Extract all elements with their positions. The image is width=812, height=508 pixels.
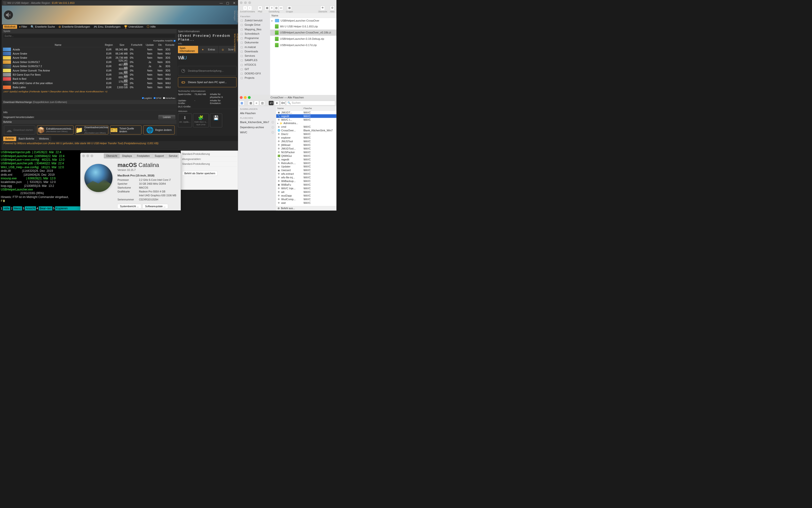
about-tab[interactable]: Übersicht bbox=[104, 153, 120, 158]
download-starten-button[interactable]: ☁Download starten bbox=[4, 125, 35, 134]
maximize-button[interactable]: ▢ bbox=[225, 1, 230, 5]
program-row[interactable]: ⚙NUSPackerWiiVC bbox=[276, 151, 336, 154]
program-row[interactable]: ▣JWUDT...WiiVC bbox=[276, 111, 336, 114]
extraktionsverzeichnis-button[interactable]: 📦Extraktionsverzeichnis...(Rechtsklick z… bbox=[37, 125, 74, 134]
program-row[interactable]: ⚙WudComp...WiiVC bbox=[276, 198, 336, 201]
tab-filter[interactable]: ▾Filter bbox=[18, 25, 29, 29]
leeren-button[interactable]: Leeren bbox=[158, 115, 175, 119]
minimize-button[interactable]: — bbox=[219, 1, 223, 5]
menu-number[interactable]: 5 bbox=[52, 206, 55, 210]
path-button[interactable]: ≡ bbox=[258, 6, 262, 10]
file-row[interactable]: USBHelperLauncher-0.18-Debug.zip bbox=[270, 36, 336, 42]
ticket-quelle-button[interactable]: 🎫Ticket-Quelle ändern bbox=[110, 125, 141, 134]
program-row[interactable]: ▣UwizardWiiVC bbox=[276, 168, 336, 172]
finder-main[interactable]: Name ▸USBHelperLauncher-CrossOverWii U U… bbox=[270, 13, 336, 95]
program-row[interactable]: ⚙WiiVC I...WiiVC bbox=[276, 118, 336, 121]
program-row[interactable]: ⚙DiscUWiiVC bbox=[276, 132, 336, 136]
about-titlebar[interactable]: ÜbersichtDisplaysFestplattenSupportServi… bbox=[80, 153, 181, 159]
favorite-button[interactable]: ★ bbox=[274, 101, 280, 105]
sidebar-item[interactable]: ▢GIT bbox=[238, 67, 270, 71]
about-tab[interactable]: Service bbox=[166, 153, 179, 158]
game-row[interactable]: Back to BedEUR 655,262 MB0% NeinNeinWiiU bbox=[2, 77, 177, 81]
sidebar-item[interactable]: ▢HTDOCS bbox=[238, 62, 270, 67]
forward-button[interactable]: › bbox=[248, 6, 252, 10]
sidebar-item[interactable]: ▢Schreibtisch bbox=[238, 32, 270, 36]
game-table[interactable]: Name Region Size Fortschritt Update Dlc … bbox=[2, 43, 177, 96]
close-dot[interactable] bbox=[240, 96, 243, 99]
menu-label[interactable]: Menü bbox=[13, 206, 22, 210]
game-row[interactable]: Azure Striker GUNVOLTEUR 529,141 MB0% Ja… bbox=[2, 60, 177, 64]
program-row[interactable]: ⚙WiiVC Inje...WiiVC bbox=[276, 186, 336, 190]
column-flasche[interactable]: Flasche bbox=[302, 106, 336, 111]
action-button[interactable]: ⚙ bbox=[330, 6, 334, 10]
cfw-check[interactable]: CFW bbox=[154, 97, 162, 99]
menu-label[interactable]: Bear~ten bbox=[39, 206, 52, 210]
program-row[interactable]: ▣WiiBaFuWiiVC bbox=[276, 183, 336, 186]
info-icon[interactable]: ⓘ bbox=[271, 131, 274, 134]
footer-tab-batch[interactable]: Batch-Befehle bbox=[16, 136, 37, 141]
aktion-update[interactable]: ⬇en. Upda... bbox=[178, 114, 192, 127]
file-row[interactable]: USBHelperLauncher-CrossOver_v0.18b.zi bbox=[270, 30, 336, 36]
program-row[interactable]: ⚙wwtWiiVC bbox=[276, 201, 336, 205]
about-tab[interactable]: Festplatten bbox=[134, 153, 153, 158]
minimize-dot[interactable] bbox=[86, 155, 89, 157]
file-row[interactable]: USBHelperLauncher-0.17d.zip bbox=[270, 42, 336, 48]
aktion-sd[interactable]: 💾 bbox=[210, 114, 222, 127]
close-button[interactable]: ✕ bbox=[232, 1, 237, 5]
region-aendern-button[interactable]: 🌐Region ändern bbox=[143, 125, 174, 134]
game-row[interactable]: Azure Striker Gunvolt: The AnimeEUR 303,… bbox=[2, 68, 177, 73]
menu-number[interactable]: 1 bbox=[0, 206, 3, 210]
terminal-window[interactable]: USBHelperInjector.pdb | 214528|22. Mär 2… bbox=[0, 150, 80, 211]
game-row[interactable]: Baila LatinoEUR 2,833 GB0% NeinNeinWiiU bbox=[2, 85, 177, 89]
settings-button[interactable]: ⚙▾ bbox=[281, 101, 285, 105]
view-column-button[interactable]: ▥ bbox=[260, 101, 265, 105]
tab-spiel-informationen[interactable]: Spiel-Informationen bbox=[178, 46, 198, 53]
vorschau-check[interactable]: Vorschau bbox=[163, 97, 175, 99]
program-row[interactable]: ⚙JNUSToolWiiVC bbox=[276, 140, 336, 143]
program-row[interactable]: ⚙wud2appWiiVC bbox=[276, 194, 336, 198]
sidebar-item[interactable]: ▢Mapping_files bbox=[238, 27, 270, 32]
tab-extras[interactable]: ★Extras bbox=[199, 46, 218, 53]
view-icon-button[interactable]: ▦ bbox=[248, 101, 253, 105]
search-input[interactable] bbox=[3, 34, 175, 38]
view-gallery-button[interactable]: ▭ bbox=[279, 6, 283, 10]
sidebar-item[interactable]: ▢Programme bbox=[238, 36, 270, 40]
terminal-menu-bar[interactable]: 1Hilfe2Menü3Ansicht4Bear~ten5Kopieren bbox=[0, 206, 80, 210]
game-row[interactable]: Azure SnakeEUR 28,736 MB0% NeinNein3DS bbox=[2, 56, 177, 60]
game-row[interactable]: Azure SnakeEUR 88,146 MB0% NeinNeinWiiU bbox=[2, 52, 177, 56]
menu-number[interactable]: 3 bbox=[22, 206, 25, 210]
program-row[interactable]: ⚙explorerWiiVC bbox=[276, 136, 336, 140]
zoom-dot[interactable] bbox=[90, 155, 93, 157]
program-row[interactable]: ⚙cmdWiiVC bbox=[276, 125, 336, 129]
sidebar-item[interactable]: ▢Downloads bbox=[238, 49, 270, 53]
sidebar-item[interactable]: ▢Zuletzt benutzt bbox=[238, 18, 270, 23]
about-tab[interactable]: Displays bbox=[120, 153, 134, 158]
kompakte-checkbox[interactable] bbox=[174, 40, 175, 42]
sidebar-item[interactable]: ▢SAMPLES bbox=[238, 58, 270, 62]
program-row[interactable]: ⚙WiiBackup...WiiVC bbox=[276, 179, 336, 183]
zoom-dot[interactable] bbox=[248, 1, 251, 4]
program-row[interactable]: ⚙witWiiVC bbox=[276, 190, 336, 194]
tab-hilfe[interactable]: ⓘHilfe bbox=[145, 24, 157, 29]
game-row[interactable]: BADLAND Game of the year editionEUR 179,… bbox=[2, 81, 177, 85]
downloadverzeichnis-button[interactable]: 📁Downloadverzeichnis f...(Rechtsklick zu… bbox=[75, 125, 109, 134]
info-icon[interactable]: ⓘ bbox=[271, 126, 274, 129]
game-row[interactable]: B3 Game Expo For BeesEUR 195,265 MB0% Ne… bbox=[2, 73, 177, 77]
tab-emu-einstellungen[interactable]: 🎮Emu. Einstellungen bbox=[92, 25, 122, 29]
search-input[interactable]: 🔍Suchen bbox=[286, 101, 335, 105]
gear-icon[interactable]: ⚙ bbox=[277, 207, 280, 210]
tab-erweiterte-einstellungen[interactable]: ⚙Erweiterte Einstellungen bbox=[57, 25, 91, 29]
sidebar-item[interactable]: ▢Projects bbox=[238, 76, 270, 80]
sidebar-item[interactable]: ▢m.matzat bbox=[238, 45, 270, 49]
sidebar-item[interactable]: ▢DOERD-GFX bbox=[238, 71, 270, 76]
minimize-dot[interactable] bbox=[244, 1, 247, 4]
finder-titlebar[interactable] bbox=[238, 0, 336, 5]
tag-button[interactable]: 🏷 bbox=[269, 101, 274, 105]
menu-number[interactable]: 4 bbox=[36, 206, 39, 210]
program-row[interactable]: ⚙jWiiloadWiiVC bbox=[276, 143, 336, 147]
view-list-button[interactable]: ≡ bbox=[254, 101, 259, 105]
info-icon[interactable]: ⓘ bbox=[271, 121, 274, 124]
systembericht-button[interactable]: Systembericht ... bbox=[118, 204, 141, 208]
view-list-button[interactable]: ≡ bbox=[269, 6, 274, 10]
column-name[interactable]: Name bbox=[276, 106, 302, 111]
